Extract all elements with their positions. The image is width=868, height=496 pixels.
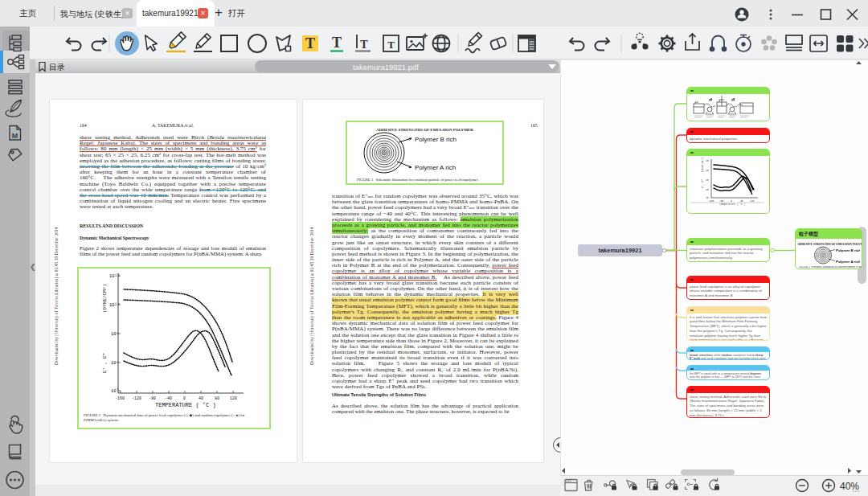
svg-text:(DYNE/CM²): (DYNE/CM²): [102, 284, 108, 313]
svg-text:10: 10: [706, 160, 709, 162]
svg-text:10: 10: [706, 197, 709, 199]
svg-text:TEMPERATURE ( °C ): TEMPERATURE ( °C ): [155, 402, 216, 408]
svg-text:120: 120: [750, 200, 755, 203]
svg-text:40: 40: [740, 200, 743, 203]
svg-text:10¹¹: 10¹¹: [109, 273, 120, 279]
svg-text:10⁷: 10⁷: [111, 388, 119, 394]
svg-text:Polymer B rich: Polymer B rich: [836, 248, 860, 252]
svg-text:Polymer A rich: Polymer A rich: [415, 164, 456, 171]
svg-text:-40: -40: [165, 396, 172, 401]
svg-text:E′ , E″: E′ , E″: [102, 353, 108, 373]
svg-text:T: T: [387, 39, 395, 51]
svg-text:-120: -120: [132, 396, 141, 401]
svg-text:80: 80: [215, 396, 219, 401]
svg-text:-80: -80: [149, 396, 156, 401]
svg-text:E′, E″: E′, E″: [701, 179, 704, 188]
svg-text:(DYNE/CM²): (DYNE/CM²): [701, 158, 704, 172]
svg-text:10: 10: [706, 179, 709, 182]
svg-text:-160: -160: [708, 200, 714, 203]
svg-text:T: T: [305, 35, 315, 51]
svg-text:0: 0: [183, 396, 186, 401]
svg-text:M: M: [12, 132, 18, 140]
svg-text:Polymer B rich: Polymer B rich: [415, 136, 457, 143]
svg-text:T: T: [332, 35, 342, 51]
svg-text:120: 120: [230, 396, 237, 401]
svg-text:-80: -80: [719, 200, 724, 203]
svg-text:temperature ( °C ): temperature ( °C ): [719, 203, 746, 206]
svg-text:10⁹: 10⁹: [111, 331, 119, 337]
svg-text:10: 10: [706, 189, 709, 191]
svg-text:10¹⁰: 10¹⁰: [109, 302, 120, 308]
svg-text:-160: -160: [115, 396, 125, 401]
svg-text:10⁸: 10⁸: [111, 360, 119, 366]
svg-text:10: 10: [706, 170, 709, 172]
svg-text:Polymer A rich: Polymer A rich: [836, 260, 860, 264]
svg-text:T: T: [360, 39, 368, 51]
svg-text:40: 40: [199, 396, 203, 401]
svg-text:0: 0: [731, 200, 732, 203]
svg-text:40%: 40%: [840, 481, 859, 492]
